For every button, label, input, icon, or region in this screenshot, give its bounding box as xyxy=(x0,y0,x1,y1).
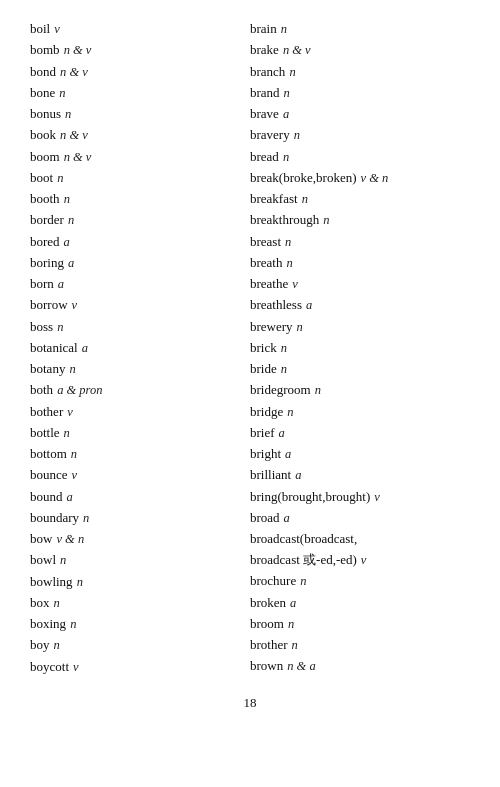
entry-word: boil xyxy=(30,18,50,39)
entry-pos: a & pron xyxy=(57,380,102,400)
entry-word: broadcast 或-ed,-ed) xyxy=(250,549,357,570)
list-item: brandn xyxy=(250,82,470,103)
entry-pos: n xyxy=(59,83,65,103)
entry-pos: v xyxy=(374,487,380,507)
entry-word: bother xyxy=(30,401,63,422)
entry-pos: v xyxy=(73,657,79,677)
list-item: bootn xyxy=(30,167,250,188)
entry-word: bonus xyxy=(30,103,61,124)
entry-word: broom xyxy=(250,613,284,634)
list-item: broada xyxy=(250,507,470,528)
entry-pos: a xyxy=(82,338,88,358)
entry-word: branch xyxy=(250,61,285,82)
entry-word: bridge xyxy=(250,401,283,422)
list-item: boycottv xyxy=(30,656,250,677)
list-item: botherv xyxy=(30,401,250,422)
entry-pos: n xyxy=(302,189,308,209)
entry-pos: n xyxy=(281,338,287,358)
list-item: bordern xyxy=(30,209,250,230)
columns: boilvbombn & vbondn & vbonenbonusnbookn … xyxy=(30,18,470,677)
entry-word: booth xyxy=(30,188,60,209)
entry-pos: n xyxy=(69,359,75,379)
entry-word: breath xyxy=(250,252,282,273)
list-item: bowln xyxy=(30,549,250,570)
entry-pos: a xyxy=(284,508,290,528)
entry-word: break(broke,broken) xyxy=(250,167,356,188)
entry-pos: n xyxy=(57,168,63,188)
list-item: borna xyxy=(30,273,250,294)
entry-pos: a xyxy=(279,423,285,443)
list-item: breathlessa xyxy=(250,294,470,315)
right-column: brainnbraken & vbranchnbrandnbraveabrave… xyxy=(250,18,470,677)
entry-pos: n xyxy=(64,189,70,209)
entry-word: brick xyxy=(250,337,277,358)
entry-pos: n xyxy=(323,210,329,230)
list-item: broadcast 或-ed,-ed)v xyxy=(250,549,470,570)
entry-pos: n xyxy=(289,62,295,82)
list-item: botanicala xyxy=(30,337,250,358)
list-item: bottomn xyxy=(30,443,250,464)
entry-word: brochure xyxy=(250,570,296,591)
entry-word: bomb xyxy=(30,39,60,60)
entry-word: breathe xyxy=(250,273,288,294)
entry-word: brake xyxy=(250,39,279,60)
list-item: botha & pron xyxy=(30,379,250,400)
list-item: bowlingn xyxy=(30,571,250,592)
list-item: boothn xyxy=(30,188,250,209)
list-item: bookn & v xyxy=(30,124,250,145)
entry-word: borrow xyxy=(30,294,68,315)
list-item: breakfastn xyxy=(250,188,470,209)
entry-pos: n xyxy=(54,593,60,613)
entry-pos: n & v xyxy=(60,125,88,145)
entry-word: brilliant xyxy=(250,464,291,485)
list-item: brothern xyxy=(250,634,470,655)
list-item: briefa xyxy=(250,422,470,443)
entry-word: breast xyxy=(250,231,281,252)
entry-word: bottom xyxy=(30,443,67,464)
entry-word: brother xyxy=(250,634,288,655)
entry-pos: n xyxy=(288,614,294,634)
list-item: broadcast(broadcast, xyxy=(250,528,470,549)
page: boilvbombn & vbondn & vbonenbonusnbookn … xyxy=(0,0,500,787)
list-item: break(broke,broken)v & n xyxy=(250,167,470,188)
entry-word: boundary xyxy=(30,507,79,528)
entry-pos: v xyxy=(72,465,78,485)
list-item: broomn xyxy=(250,613,470,634)
entry-word: bored xyxy=(30,231,60,252)
entry-pos: n xyxy=(283,147,289,167)
list-item: branchn xyxy=(250,61,470,82)
list-item: boringa xyxy=(30,252,250,273)
entry-pos: v & n xyxy=(360,168,388,188)
entry-word: breakfast xyxy=(250,188,298,209)
entry-word: bring(brought,brought) xyxy=(250,486,370,507)
list-item: bondn & v xyxy=(30,61,250,82)
list-item: bonen xyxy=(30,82,250,103)
list-item: botanyn xyxy=(30,358,250,379)
entry-pos: v xyxy=(292,274,298,294)
entry-pos: n xyxy=(281,359,287,379)
list-item: bring(brought,brought)v xyxy=(250,486,470,507)
list-item: breathn xyxy=(250,252,470,273)
entry-word: border xyxy=(30,209,64,230)
list-item: bounda xyxy=(30,486,250,507)
entry-pos: n & v xyxy=(60,62,88,82)
list-item: bowv & n xyxy=(30,528,250,549)
list-item: bridegroomn xyxy=(250,379,470,400)
list-item: brokena xyxy=(250,592,470,613)
entry-word: book xyxy=(30,124,56,145)
entry-word: boxing xyxy=(30,613,66,634)
entry-word: broad xyxy=(250,507,280,528)
entry-pos: n xyxy=(284,83,290,103)
list-item: brainn xyxy=(250,18,470,39)
entry-word: brown xyxy=(250,655,283,676)
entry-pos: a xyxy=(64,232,70,252)
entry-word: brief xyxy=(250,422,275,443)
entry-pos: v xyxy=(54,19,60,39)
list-item: breweryn xyxy=(250,316,470,337)
list-item: borrowv xyxy=(30,294,250,315)
list-item: bombn & v xyxy=(30,39,250,60)
entry-pos: n xyxy=(286,253,292,273)
entry-word: breathless xyxy=(250,294,302,315)
list-item: breakthroughn xyxy=(250,209,470,230)
list-item: boomn & v xyxy=(30,146,250,167)
